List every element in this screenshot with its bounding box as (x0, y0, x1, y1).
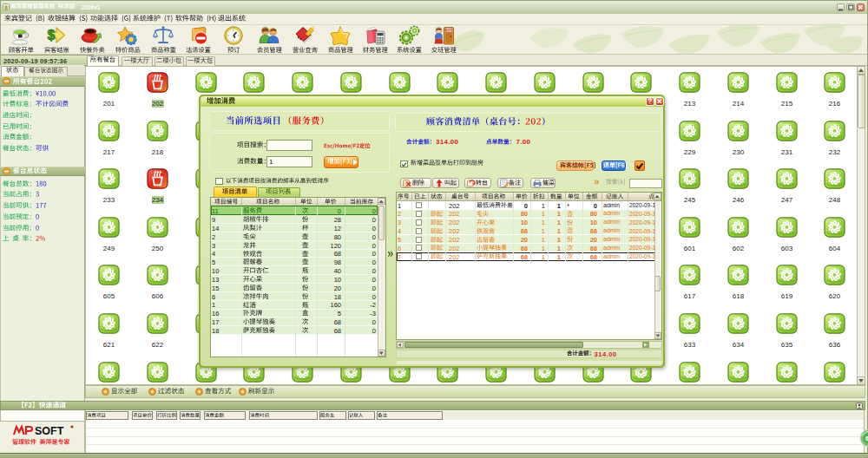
svg-text:EXIT: EXIT (445, 29, 453, 32)
svg-text:SOFT: SOFT (35, 425, 64, 437)
svg-text:$: $ (48, 28, 56, 43)
